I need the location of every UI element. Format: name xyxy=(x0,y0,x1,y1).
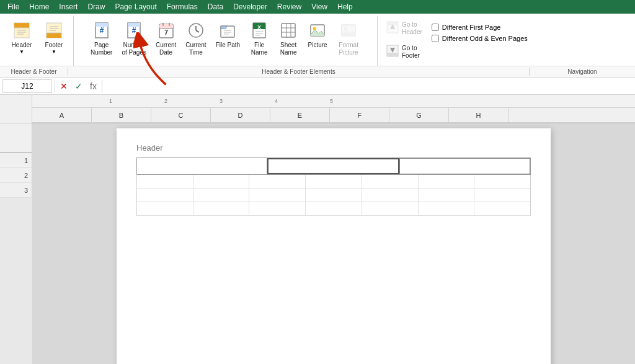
cell-3-3[interactable] xyxy=(249,202,306,216)
formula-bar-divider2 xyxy=(102,80,102,92)
cell-3-6[interactable] xyxy=(419,202,475,216)
ribbon-group-navigation: Go toHeader Go toFooter Di xyxy=(378,16,531,66)
number-of-pages-label: Numberof Pages xyxy=(122,42,146,56)
sheet-header-cell-1[interactable] xyxy=(137,158,267,174)
cell-reference-box[interactable] xyxy=(2,79,52,93)
col-f[interactable]: F xyxy=(330,108,389,122)
menu-formulas[interactable]: Formulas xyxy=(162,1,203,12)
svg-rect-19 xyxy=(159,24,173,29)
sheet-name-label: SheetName xyxy=(280,42,297,56)
go-to-footer-icon xyxy=(386,44,399,60)
current-time-label: CurrentTime xyxy=(185,42,206,56)
formula-input[interactable] xyxy=(105,82,633,91)
ruler-mark-1: 1 xyxy=(109,98,112,104)
cell-2-2[interactable] xyxy=(193,189,250,202)
cell-1-7[interactable] xyxy=(474,175,530,189)
cell-1-2[interactable] xyxy=(193,175,250,189)
cell-3-7[interactable] xyxy=(474,202,530,216)
sheet-header-cell-2[interactable] xyxy=(267,158,399,174)
footer-icon xyxy=(44,20,64,40)
page-number-label: PageNumber xyxy=(91,42,113,56)
footer-button[interactable]: Footer ▼ xyxy=(38,17,69,58)
col-h[interactable]: H xyxy=(449,108,508,122)
footer-label: Footer xyxy=(45,42,63,49)
sheet-name-button[interactable]: SheetName xyxy=(274,17,303,60)
cancel-icon[interactable]: ✕ xyxy=(58,81,70,91)
menu-help[interactable]: Help xyxy=(332,1,358,12)
menu-file[interactable]: File xyxy=(2,1,24,12)
elements-section-label: Header & Footer Elements xyxy=(68,68,530,76)
cell-2-3[interactable] xyxy=(249,189,306,202)
cell-1-3[interactable] xyxy=(249,175,306,189)
current-date-button[interactable]: 7 CurrentDate xyxy=(151,17,180,60)
menu-bar: File Home Insert Draw Page Layout Formul… xyxy=(0,0,635,14)
main-body: 1 2 3 1 2 3 4 5 A B C D E xyxy=(0,95,635,364)
menu-home[interactable]: Home xyxy=(24,1,54,12)
cell-1-1[interactable] xyxy=(137,175,193,189)
go-to-header-button[interactable]: Go toHeader xyxy=(381,17,427,40)
svg-rect-7 xyxy=(47,33,61,38)
menu-view[interactable]: View xyxy=(306,1,332,12)
different-first-checkbox-item: Different First Page xyxy=(432,24,528,31)
ruler-mark-4: 4 xyxy=(275,98,278,104)
col-d[interactable]: D xyxy=(211,108,270,122)
cell-1-6[interactable] xyxy=(419,175,475,189)
cell-3-1[interactable] xyxy=(137,202,193,216)
different-odd-checkbox[interactable] xyxy=(432,35,439,42)
col-g[interactable]: G xyxy=(389,108,449,122)
format-picture-label: FormatPicture xyxy=(339,42,358,56)
cell-2-6[interactable] xyxy=(419,189,475,202)
cell-3-4[interactable] xyxy=(306,202,362,216)
number-of-pages-button[interactable]: # Numberof Pages xyxy=(117,17,150,60)
sheet-header-cell-3[interactable] xyxy=(399,158,530,174)
sheet-data-rows xyxy=(136,175,531,216)
menu-developer[interactable]: Developer xyxy=(228,1,272,12)
confirm-icon[interactable]: ✓ xyxy=(73,81,85,91)
col-a[interactable]: A xyxy=(32,108,92,122)
cell-1-5[interactable] xyxy=(362,175,419,189)
row-num-empty xyxy=(0,123,32,153)
different-first-checkbox[interactable] xyxy=(432,24,439,31)
file-name-label: FileName xyxy=(251,42,268,56)
picture-button[interactable]: Picture xyxy=(303,17,332,52)
page-number-button[interactable]: # PageNumber xyxy=(86,17,117,60)
cell-3-2[interactable] xyxy=(193,202,250,216)
cell-2-7[interactable] xyxy=(474,189,530,202)
go-to-footer-button[interactable]: Go toFooter xyxy=(381,41,427,63)
menu-page-layout[interactable]: Page Layout xyxy=(110,1,161,12)
header-dropdown-arrow: ▼ xyxy=(19,49,24,55)
current-date-label: CurrentDate xyxy=(156,42,176,56)
header-label: Header xyxy=(12,42,32,49)
elements-buttons: # PageNumber # Number xyxy=(86,17,365,64)
navigation-section-label: Navigation xyxy=(530,68,635,76)
sheet-name-icon xyxy=(278,20,298,40)
menu-draw[interactable]: Draw xyxy=(82,1,110,12)
current-time-button[interactable]: CurrentTime xyxy=(181,17,210,60)
col-c[interactable]: C xyxy=(151,108,211,122)
page-number-icon: # xyxy=(92,20,112,40)
menu-insert[interactable]: Insert xyxy=(54,1,82,12)
main-content-area: 1 2 3 4 5 A B C D E F G H xyxy=(32,95,635,364)
header-footer-buttons: Header ▼ Footer xyxy=(6,17,69,64)
header-button[interactable]: Header ▼ xyxy=(6,17,37,58)
ribbon-group-elements: # PageNumber # Number xyxy=(74,16,378,66)
col-e[interactable]: E xyxy=(270,108,330,122)
svg-point-43 xyxy=(313,27,316,30)
cell-2-5[interactable] xyxy=(362,189,419,202)
file-name-button[interactable]: X FileName xyxy=(245,17,273,60)
cell-2-4[interactable] xyxy=(306,189,362,202)
ribbon-labels-bar: Header & Footer Header & Footer Elements… xyxy=(0,66,635,77)
fx-icon[interactable]: fx xyxy=(87,81,99,91)
top-rulers: 1 2 3 4 5 A B C D E F G H xyxy=(32,95,635,123)
cell-1-4[interactable] xyxy=(306,175,362,189)
format-picture-button[interactable]: FormatPicture xyxy=(332,17,365,60)
col-b[interactable]: B xyxy=(92,108,151,122)
file-path-button[interactable]: File Path xyxy=(211,17,244,52)
cell-2-1[interactable] xyxy=(137,189,193,202)
menu-data[interactable]: Data xyxy=(203,1,228,12)
go-to-footer-label: Go toFooter xyxy=(402,45,420,60)
menu-review[interactable]: Review xyxy=(272,1,306,12)
different-odd-label: Different Odd & Even Pages xyxy=(442,35,528,42)
cell-3-5[interactable] xyxy=(362,202,419,216)
ruler-mark-2: 2 xyxy=(164,98,167,104)
